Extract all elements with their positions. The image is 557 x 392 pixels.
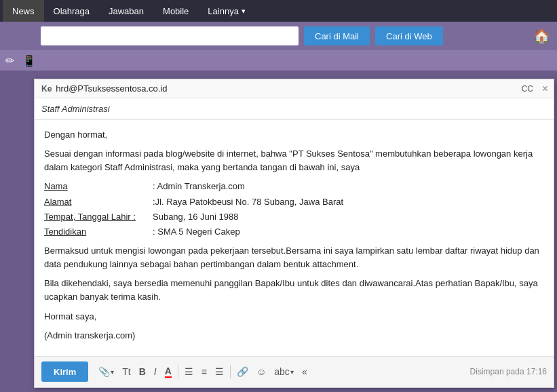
- education-label: Tendidikan: [44, 225, 153, 239]
- education-row: Tendidikan : SMA 5 Negeri Cakep: [44, 225, 544, 239]
- email-body[interactable]: Dengan hormat, Sesuai dengan informasi p…: [35, 120, 554, 356]
- address-row: Alamat :Jl. Raya Patokbeusi No. 78 Suban…: [44, 195, 544, 209]
- name-row: Nama : Admin Transkerja.com: [44, 180, 544, 193]
- spell-icon: abc: [274, 366, 290, 377]
- address-label: Alamat: [44, 195, 153, 209]
- to-label: Ke: [41, 84, 52, 94]
- italic-icon: I: [154, 366, 157, 377]
- nav-lainnya-label: Lainnya: [208, 6, 246, 16]
- body-info-table: Nama : Admin Transkerja.com Alamat :Jl. …: [44, 180, 544, 239]
- name-value: : Admin Transkerja.com: [153, 180, 245, 193]
- body-regards: Hormat saya,: [44, 310, 544, 324]
- indent-icon: ≡: [201, 366, 207, 377]
- icon-bar: ✏ 📱: [0, 50, 557, 71]
- compose-icon[interactable]: ✏: [5, 54, 14, 67]
- search-bar: Cari di Mail Cari di Web 🏠: [0, 22, 557, 50]
- birthdate-value: Subang, 16 Juni 1988: [153, 210, 239, 224]
- search-mail-button[interactable]: Cari di Mail: [304, 26, 370, 45]
- bold-button[interactable]: B: [136, 362, 149, 381]
- link-button[interactable]: 🔗: [233, 362, 252, 381]
- link-icon: 🔗: [237, 366, 248, 377]
- body-purpose: Bermaksud untuk mengisi lowongan pada pe…: [44, 244, 544, 271]
- attach-icon: 📎: [98, 366, 110, 377]
- emoji-icon: ☺: [256, 366, 266, 377]
- address-value: :Jl. Raya Patokbeusi No. 78 Subang, Jawa…: [153, 195, 343, 209]
- italic-button[interactable]: I: [151, 362, 160, 381]
- spell-dropdown-icon: ▾: [290, 368, 294, 376]
- toolbar-separator-2: [230, 365, 231, 378]
- toolbar-separator-1: [178, 365, 178, 378]
- send-button[interactable]: Kirim: [41, 361, 88, 382]
- email-to-row: Ke hrd@PTsuksessentosa.co.id CC ×: [35, 79, 554, 98]
- spell-button[interactable]: abc ▾: [271, 362, 297, 381]
- body-greeting: Dengan hormat,: [44, 128, 544, 142]
- nav-jawaban[interactable]: Jawaban: [99, 0, 153, 22]
- nav-lainnya[interactable]: Lainnya: [198, 0, 255, 22]
- color-button[interactable]: A: [161, 362, 175, 381]
- more-button[interactable]: «: [299, 362, 311, 381]
- align-button[interactable]: ☰: [212, 362, 227, 381]
- name-label: Nama: [44, 180, 153, 193]
- body-intro: Sesuai dengan informasi pada blog/websit…: [44, 147, 544, 174]
- indent-button[interactable]: ≡: [198, 362, 210, 381]
- list-icon: ☰: [185, 366, 193, 377]
- color-icon: A: [165, 366, 172, 378]
- cc-label[interactable]: CC: [522, 84, 533, 94]
- top-navigation: News Olahraga Jawaban Mobile Lainnya: [0, 0, 557, 22]
- list-button[interactable]: ☰: [181, 362, 197, 381]
- format-icon: Tt: [122, 366, 130, 377]
- align-icon: ☰: [215, 366, 224, 377]
- search-input[interactable]: [41, 26, 299, 45]
- bold-icon: B: [139, 366, 146, 377]
- emoji-button[interactable]: ☺: [253, 362, 269, 381]
- email-compose-window: Ke hrd@PTsuksessentosa.co.id CC × Staff …: [34, 79, 554, 388]
- mobile-icon[interactable]: 📱: [22, 54, 36, 67]
- to-value[interactable]: hrd@PTsuksessentosa.co.id: [56, 83, 521, 94]
- attach-button[interactable]: 📎 ▾: [95, 362, 117, 381]
- birthdate-label: Tempat, Tanggal Lahir :: [44, 210, 153, 224]
- search-web-button[interactable]: Cari di Web: [375, 26, 443, 45]
- body-closing1: Bila dikehendaki, saya bersedia memenuhi…: [44, 277, 544, 304]
- attach-dropdown-icon: ▾: [111, 368, 114, 376]
- home-icon[interactable]: 🏠: [533, 28, 550, 44]
- email-subject[interactable]: Staff Administrasi: [35, 98, 554, 120]
- education-value: : SMA 5 Negeri Cakep: [153, 225, 240, 239]
- close-button[interactable]: ×: [542, 83, 548, 95]
- email-toolbar: Kirim 📎 ▾ Tt B I A ☰ ≡ ☰ 🔗: [35, 356, 554, 387]
- autosave-status: Disimpan pada 17:16: [470, 367, 547, 376]
- nav-olahraga[interactable]: Olahraga: [44, 0, 99, 22]
- more-icon: «: [302, 366, 307, 377]
- birthdate-row: Tempat, Tanggal Lahir : Subang, 16 Juni …: [44, 210, 544, 224]
- body-signature: (Admin transkerja.com): [44, 329, 544, 342]
- nav-news[interactable]: News: [3, 0, 44, 22]
- nav-mobile[interactable]: Mobile: [153, 0, 198, 22]
- format-button[interactable]: Tt: [119, 362, 134, 381]
